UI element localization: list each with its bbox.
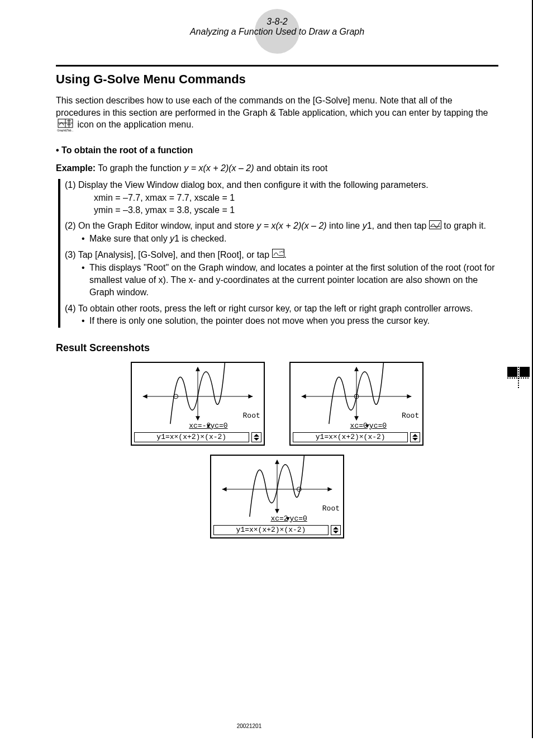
screenshot-1-func: y1=x×(x+2)×(x-2) — [134, 432, 249, 442]
scroll-icon — [331, 525, 341, 535]
screenshot-2-func: y1=x×(x+2)×(x-2) — [293, 432, 408, 442]
screenshot-2-xc: xc=0 — [350, 422, 368, 430]
step-2: (2) On the Graph Editor window, input an… — [65, 220, 498, 233]
step-1-params-1: xmin = –7.7, xmax = 7.7, xscale = 1 — [65, 192, 498, 204]
scroll-icon — [251, 432, 261, 442]
down-triangle-icon: ▼ — [365, 423, 369, 429]
step-1-params-2: ymin = –3.8, ymax = 3.8, yscale = 1 — [65, 204, 498, 216]
screenshot-2-yc: yc=0 — [369, 422, 387, 430]
step-3: (3) Tap [Analysis], [G-Solve], and then … — [65, 249, 498, 262]
icon-caption: Graph&Tab... — [57, 129, 73, 132]
screenshot-1-root-label: Root — [243, 412, 260, 420]
graph-table-app-icon: Graph&Tab... — [56, 119, 75, 132]
step-4-bullet: If there is only one solution, the point… — [65, 315, 498, 327]
screenshot-1: Root xc=-2 ▼yc=0 y1=x×(x+2)×(x-2) — [131, 362, 265, 446]
down-triangle-icon: ▼ — [286, 516, 290, 522]
step-2-bullet-y: y — [170, 234, 174, 243]
example-before: To graph the function — [96, 163, 184, 173]
example-after: and obtain its root — [254, 163, 328, 173]
svg-marker-12 — [142, 394, 147, 399]
screenshot-2-root-label: Root — [402, 412, 419, 420]
step-3b: . — [284, 250, 287, 259]
subheading-root: • To obtain the root of a function — [56, 145, 498, 155]
intro-after: icon on the application menu. — [77, 120, 193, 129]
svg-marker-26 — [222, 487, 227, 492]
step-2-y: y — [363, 221, 367, 230]
step-2c: 1, and then tap — [367, 221, 429, 230]
svg-rect-35 — [520, 367, 530, 377]
step-4: (4) To obtain other roots, press the lef… — [65, 303, 498, 315]
step-2b: into line — [327, 221, 363, 230]
heading-gsolve: Using G-Solve Menu Commands — [56, 72, 498, 87]
intro-text: This section describes how to use each o… — [56, 96, 488, 117]
step-2-bullet: Make sure that only y1 is checked. — [65, 233, 498, 245]
steps-list: (1) Display the View Window dialog box, … — [58, 179, 498, 327]
step-2-bullet-a: Make sure that only — [89, 234, 170, 243]
screenshots-row-2: Root xc=2 ▼yc=0 y1=x×(x+2)×(x-2) — [56, 455, 498, 538]
step-2-bullet-b: 1 is checked. — [174, 234, 226, 243]
svg-marker-27 — [327, 487, 332, 492]
svg-rect-6 — [429, 220, 441, 229]
screenshot-3-xc: xc=2 — [270, 514, 288, 523]
screenshot-3-yc: yc=0 — [290, 514, 307, 523]
example-line: Example: To graph the function y = x(x +… — [56, 163, 498, 173]
screenshots-row-1: Root xc=-2 ▼yc=0 y1=x×(x+2)×(x-2) Root — [56, 362, 498, 446]
example-label: Example: — [56, 163, 96, 173]
step-3-bullet: This displays "Root" on the Graph window… — [65, 262, 498, 299]
intro-paragraph: This section describes how to use each o… — [56, 94, 498, 132]
step-3-bullet-text: This displays "Root" on the Graph window… — [89, 263, 495, 297]
section-divider — [56, 65, 498, 67]
screenshot-3-root-label: Root — [322, 504, 340, 513]
page-header: 3-8-2 Analyzing a Function Used to Draw … — [56, 17, 498, 37]
section-number: 3-8-2 — [56, 17, 498, 27]
svg-text:y=0: y=0 — [279, 250, 284, 253]
svg-marker-19 — [302, 394, 306, 399]
step-1: (1) Display the View Window dialog box, … — [65, 179, 498, 191]
step-2-fn: y = x(x + 2)(x – 2) — [256, 221, 326, 230]
footer-code: 20021201 — [0, 723, 498, 729]
screenshot-3: Root xc=2 ▼yc=0 y1=x×(x+2)×(x-2) — [210, 455, 344, 538]
graph-draw-icon — [429, 220, 441, 233]
svg-rect-34 — [507, 367, 517, 377]
gsolve-root-icon: y=0 — [272, 249, 284, 261]
svg-marker-20 — [407, 394, 412, 399]
svg-marker-13 — [248, 394, 253, 399]
example-function: y = x(x + 2)(x – 2) — [184, 163, 254, 173]
step-3a: (3) Tap [Analysis], [G-Solve], and then … — [65, 250, 272, 259]
screenshot-2: Root xc=0 ▼yc=0 y1=x×(x+2)×(x-2) — [289, 362, 423, 446]
screenshot-3-func: y1=x×(x+2)×(x-2) — [213, 525, 329, 535]
screenshot-1-yc: yc=0 — [210, 422, 227, 430]
section-title: Analyzing a Function Used to Draw a Grap… — [56, 27, 498, 37]
step-2a: (2) On the Graph Editor window, input an… — [65, 221, 256, 230]
step-2d: to graph it. — [441, 221, 486, 230]
result-screenshots-heading: Result Screenshots — [56, 342, 498, 354]
scroll-icon — [410, 432, 420, 442]
crop-mark-icon — [507, 367, 530, 389]
